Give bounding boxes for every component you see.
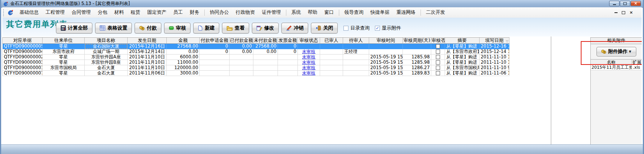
audit-status-link[interactable]: 未审核	[302, 49, 315, 54]
menu-item-租赁[interactable]: 租赁	[127, 8, 144, 17]
menu-item-领导查询[interactable]: 领导查询	[341, 8, 367, 17]
menu-item-证件管理[interactable]: 证件管理	[258, 8, 284, 17]
column-header-date[interactable]: 发生日期	[128, 38, 167, 43]
audit-status-link[interactable]: 未审核	[302, 71, 315, 76]
cell-doc_no: QTFYD090000001	[3, 65, 43, 71]
attachment-column-name[interactable]: 名称	[591, 60, 632, 65]
new-button[interactable]: 新建	[193, 23, 219, 33]
cell-audit_status[interactable]: 未审核	[298, 71, 320, 76]
modify-button[interactable]: 修改	[252, 23, 279, 33]
audit-status-link[interactable]: 未审核	[302, 60, 315, 65]
minimize-button[interactable]	[609, 1, 619, 6]
menu-item-重连网络[interactable]: 重连网络	[393, 8, 419, 17]
writeoff-button[interactable]: 冲销	[281, 23, 308, 33]
table-row[interactable]: QTFYD090000001东营市国税局金石大厦2011年11月10日12000…	[2, 65, 509, 71]
menu-item-员工[interactable]: 员工	[170, 8, 186, 17]
menu-item-窗口[interactable]: 窗口	[321, 8, 337, 17]
cell-audit_status[interactable]: 未审核	[298, 65, 320, 71]
menu-item-二次开发[interactable]: 二次开发	[422, 8, 449, 17]
cell-unpaid	[253, 71, 278, 76]
cell-pay_request	[200, 55, 230, 60]
pay-button[interactable]: 付款	[135, 23, 161, 33]
cell-audit_checked[interactable]	[431, 65, 445, 71]
column-header-fill_date[interactable]: 填写日期▽	[480, 38, 509, 43]
column-header-audit_checked[interactable]: 审核否	[431, 38, 445, 43]
menu-item-协同办公[interactable]: 协同办公	[206, 8, 232, 17]
button-label: 新建	[205, 25, 215, 31]
attachment-actions-button[interactable]: 附件操作 ▼	[596, 47, 636, 56]
table-row[interactable]: QTFYD090000003零星东营软件园B座2011年11月10日11000.…	[2, 60, 509, 65]
cell-invoice: 0	[278, 44, 298, 49]
cell-audit_status[interactable]: 未审核	[298, 49, 320, 55]
attachment-row[interactable]: 2015年11月员工工资 .xls	[591, 65, 642, 70]
menu-item-固定资产[interactable]: 固定资产	[144, 8, 170, 17]
cell-audit_checked[interactable]	[431, 71, 445, 76]
column-header-pay_request[interactable]: 付款申请金额	[200, 38, 230, 43]
table-row[interactable]: QTFYD090000002零星东营软件园A座2011年11月10日6000.0…	[2, 55, 509, 60]
view-button[interactable]: 查看	[222, 23, 249, 33]
cell-audit_checked[interactable]	[431, 44, 445, 49]
maximize-button[interactable]	[620, 1, 630, 6]
cell-audit_status[interactable]: 未审核	[298, 60, 320, 65]
cell-fill_date: 2011-11-06 19	[480, 71, 509, 76]
mdi-minimize-icon[interactable]	[614, 11, 618, 15]
column-header-doc_no[interactable]: 对应单据	[3, 38, 43, 43]
menu-item-材料[interactable]: 材料	[111, 8, 127, 17]
column-header-invoice[interactable]: 发票金额	[278, 38, 298, 43]
cell-audit_checked[interactable]	[431, 49, 445, 55]
close-button[interactable]: ×	[631, 1, 641, 6]
audit-status-link[interactable]: 未审核	[302, 65, 315, 70]
column-header-summary[interactable]: 摘要	[445, 38, 480, 43]
calc-all-button[interactable]: 计算全部	[56, 23, 92, 33]
column-header-amount[interactable]: 金额	[167, 38, 200, 43]
table-row[interactable]: QTFYD090000005零星金石国际大厦2015年12月16日27568.0…	[2, 44, 509, 49]
dir-query-checkbox[interactable]	[343, 26, 348, 31]
attachment-column-ext[interactable]: 扩展名	[632, 60, 642, 65]
column-header-audited_by[interactable]: 已审人	[320, 38, 343, 43]
mdi-restore-icon[interactable]	[621, 11, 626, 15]
column-header-unpaid[interactable]: 未付款金额	[253, 38, 278, 43]
table-row[interactable]: QTFYD090000004东营市政府众城广场一期2015年12月14日0.00…	[2, 49, 509, 55]
audit-checkbox[interactable]	[436, 71, 440, 75]
cell-audit_checked[interactable]	[431, 60, 445, 65]
audit-checkbox[interactable]	[436, 60, 440, 65]
menu-item-工程管理[interactable]: 工程管理	[42, 8, 68, 17]
column-header-paid[interactable]: 已付款金额	[230, 38, 253, 43]
menu-item-系统[interactable]: 系统	[288, 8, 304, 17]
column-header-audit_cycle_days[interactable]: 审核周期(天)	[403, 38, 431, 43]
panel-splitter[interactable]	[551, 36, 551, 145]
cell-audit_checked[interactable]	[431, 55, 445, 60]
column-header-audit_status[interactable]: 审核状态	[298, 38, 320, 43]
show-attachment-checkbox-wrap[interactable]: 显示附件	[375, 25, 401, 31]
menu-item-分包[interactable]: 分包	[94, 8, 111, 17]
menu-item-财务[interactable]: 财务	[186, 8, 203, 17]
menu-item-基础信息[interactable]: 基础信息	[16, 8, 42, 17]
audit-status-link[interactable]: 未审核	[302, 55, 315, 60]
toolbar-grip[interactable]	[3, 9, 5, 16]
column-header-unit[interactable]: 往来单位	[43, 38, 85, 43]
cell-amount: 120000.00	[167, 65, 200, 71]
column-header-audit_time[interactable]: 审核时间	[369, 38, 403, 43]
menu-item-行政物资[interactable]: 行政物资	[232, 8, 258, 17]
mdi-close-icon[interactable]: ×	[629, 11, 633, 15]
show-attachment-checkbox[interactable]	[375, 26, 380, 31]
audit-checkbox[interactable]	[436, 44, 440, 48]
menu-item-合同管理[interactable]: 合同管理	[68, 8, 94, 17]
audit-checkbox[interactable]	[436, 66, 440, 70]
attachments-panel: 相关附件 附件操作 ▼ 名称 扩展名 2015年11月员工工资 .xls	[590, 37, 642, 145]
cell-audit_status[interactable]: 未审核	[298, 55, 320, 60]
close-door-icon	[315, 25, 321, 31]
dir-query-checkbox-wrap[interactable]: 目录查询	[343, 25, 370, 31]
column-header-project[interactable]: 项目名称	[85, 38, 128, 43]
cell-unpaid: 27568.00	[253, 44, 278, 49]
title-bar: 金石工程项目管理软件(网络集团版) 5.13 - [其它费用单列表] ×	[1, 0, 643, 8]
menu-item-快捷单据[interactable]: 快捷单据	[367, 8, 393, 17]
menu-item-帮助[interactable]: 帮助	[304, 8, 321, 17]
audit-checkbox[interactable]	[436, 50, 440, 54]
close-window-button[interactable]: 关闭	[311, 23, 338, 33]
audit-checkbox[interactable]	[436, 55, 440, 59]
table-settings-button[interactable]: 表格设置	[95, 23, 132, 33]
table-row[interactable]: QTFYD090000007零星金石大厦2011年11月06日3000.00未审…	[2, 71, 509, 76]
column-header-pending_auditor[interactable]: 待审人	[343, 38, 369, 43]
audit-button[interactable]: 审核	[164, 23, 191, 33]
